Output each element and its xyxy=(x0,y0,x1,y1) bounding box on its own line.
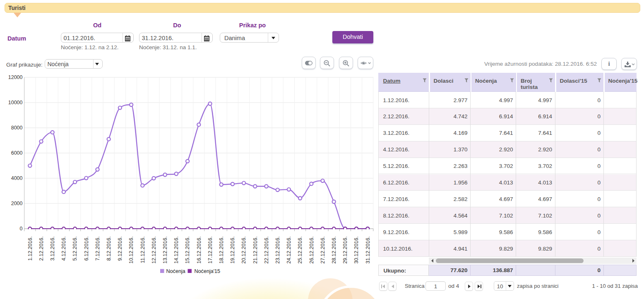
svg-text:8.12.2016.: 8.12.2016. xyxy=(106,237,112,261)
svg-text:Noćenja'15: Noćenja'15 xyxy=(195,268,221,274)
svg-text:27.12.2016.: 27.12.2016. xyxy=(320,237,326,264)
svg-text:12.12.2016.: 12.12.2016. xyxy=(151,237,157,264)
svg-text:28.12.2016.: 28.12.2016. xyxy=(331,237,337,264)
svg-text:31.12.2016.: 31.12.2016. xyxy=(365,237,371,264)
svg-text:29.12.2016.: 29.12.2016. xyxy=(342,237,348,264)
svg-text:12000: 12000 xyxy=(8,74,23,80)
svg-text:8000: 8000 xyxy=(11,125,23,131)
svg-text:2.12.2016.: 2.12.2016. xyxy=(38,237,44,261)
svg-text:11.12.2016.: 11.12.2016. xyxy=(140,237,146,263)
svg-text:17.12.2016.: 17.12.2016. xyxy=(207,237,213,264)
svg-text:13.12.2016.: 13.12.2016. xyxy=(162,237,168,264)
svg-text:Noćenja: Noćenja xyxy=(166,268,185,274)
svg-text:5.12.2016.: 5.12.2016. xyxy=(72,237,78,261)
svg-text:10.12.2016.: 10.12.2016. xyxy=(128,237,134,264)
svg-text:6000: 6000 xyxy=(11,150,23,156)
svg-text:4000: 4000 xyxy=(11,175,23,181)
svg-text:20.12.2016.: 20.12.2016. xyxy=(241,237,247,264)
svg-text:23.12.2016.: 23.12.2016. xyxy=(275,237,281,264)
svg-text:19.12.2016.: 19.12.2016. xyxy=(230,237,235,264)
svg-text:26.12.2016.: 26.12.2016. xyxy=(309,237,315,264)
svg-text:25.12.2016.: 25.12.2016. xyxy=(297,237,303,264)
svg-text:30.12.2016.: 30.12.2016. xyxy=(353,237,359,264)
svg-text:14.12.2016.: 14.12.2016. xyxy=(173,237,179,264)
svg-text:24.12.2016.: 24.12.2016. xyxy=(286,237,292,264)
svg-text:6.12.2016.: 6.12.2016. xyxy=(84,237,89,261)
svg-text:10000: 10000 xyxy=(8,100,23,105)
svg-text:15.12.2016.: 15.12.2016. xyxy=(185,237,190,264)
svg-text:2000: 2000 xyxy=(11,201,23,206)
svg-text:9.12.2016.: 9.12.2016. xyxy=(117,237,123,261)
svg-text:7.12.2016.: 7.12.2016. xyxy=(95,237,101,261)
svg-text:1.12.2016.: 1.12.2016. xyxy=(27,237,33,261)
svg-text:0: 0 xyxy=(20,226,23,232)
svg-text:4.12.2016.: 4.12.2016. xyxy=(61,237,67,261)
svg-text:3.12.2016.: 3.12.2016. xyxy=(50,237,55,261)
svg-text:22.12.2016.: 22.12.2016. xyxy=(264,237,269,264)
svg-text:18.12.2016.: 18.12.2016. xyxy=(219,237,224,264)
svg-text:21.12.2016.: 21.12.2016. xyxy=(252,237,258,264)
svg-text:16.12.2016.: 16.12.2016. xyxy=(196,237,202,264)
